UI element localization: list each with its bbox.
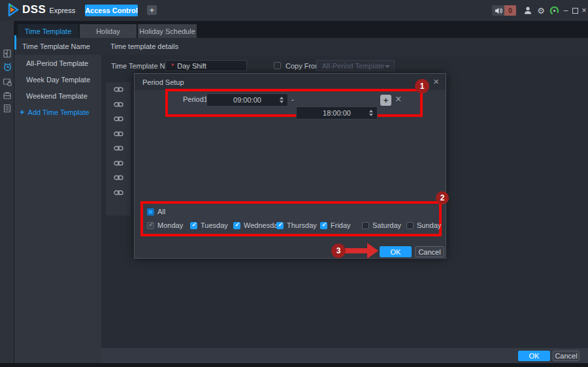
end-time-input[interactable]: 18:00:00 <box>296 106 378 120</box>
performance-gauge-icon[interactable] <box>549 5 559 16</box>
copy-link-icon[interactable] <box>106 97 131 112</box>
page-footer-bar <box>101 348 588 363</box>
day-label: Sunday <box>417 221 441 229</box>
template-name-input[interactable]: * Day Shift <box>165 60 247 71</box>
close-window-icon[interactable]: × <box>579 5 588 16</box>
list-item-week-day[interactable]: Week Day Template <box>14 71 101 88</box>
brand-logo: DSS Express <box>7 3 75 16</box>
door-access-icon[interactable] <box>2 48 12 59</box>
log-document-icon[interactable] <box>2 103 12 114</box>
page-cancel-button[interactable]: Cancel <box>553 351 580 361</box>
period-setup-dialog: Period Setup × Period1: 09:00:00 - 18:00… <box>134 73 446 259</box>
tab-holiday-schedule[interactable]: Holiday Schedule <box>138 24 197 38</box>
alarm-sound-control[interactable]: 0 <box>492 5 516 16</box>
period1-label: Period1: <box>183 95 210 103</box>
annotation-arrow <box>345 248 368 253</box>
all-days-checkbox-item[interactable]: All <box>147 208 165 215</box>
template-name-value: Day Shift <box>177 62 206 70</box>
template-list-panel: Time Template Name All-Period Template W… <box>14 38 101 363</box>
list-item-all-period[interactable]: All-Period Template <box>14 55 101 71</box>
active-module-indicator <box>14 35 16 50</box>
checkbox[interactable] <box>190 222 197 229</box>
annotation-rect-days <box>140 201 442 236</box>
tab-access-control[interactable]: Access Control <box>85 5 138 16</box>
plus-icon: + <box>20 107 25 117</box>
day-checkbox-sunday[interactable]: Sunday <box>406 221 441 229</box>
dialog-close-icon[interactable]: × <box>433 76 439 86</box>
day-checkbox-tuesday[interactable]: Tuesday <box>190 221 228 229</box>
day-checkbox-wednesday[interactable]: Wednesday <box>233 221 282 229</box>
day-label: Saturday <box>372 221 401 229</box>
device-box-icon[interactable] <box>2 90 12 101</box>
checkbox[interactable] <box>406 222 414 229</box>
checkbox[interactable] <box>233 222 240 229</box>
copy-from-value: All-Period Template <box>322 62 384 70</box>
day-label: Friday <box>331 221 351 229</box>
title-bar: DSS Express Access Control + 0 ⚙ <box>0 0 588 21</box>
copy-from-dropdown[interactable]: All-Period Template <box>316 60 395 71</box>
day-label: Monday <box>157 221 183 229</box>
time-spinner[interactable] <box>280 97 284 103</box>
day-checkbox-thursday[interactable]: Thursday <box>276 221 317 229</box>
add-time-template-label: Add Time Template <box>28 108 90 116</box>
alarm-count-badge: 0 <box>504 5 516 16</box>
tab-time-template[interactable]: Time Template <box>18 24 78 38</box>
start-time-input[interactable]: 09:00:00 <box>206 93 288 106</box>
copy-link-icon[interactable] <box>106 82 131 97</box>
video-lock-icon[interactable] <box>2 77 12 88</box>
list-item-weekend[interactable]: Weekend Template <box>14 88 101 104</box>
brand-name: DSS <box>22 3 46 16</box>
time-spinner[interactable] <box>369 110 373 116</box>
checkbox[interactable] <box>276 222 284 229</box>
checkbox[interactable] <box>320 222 327 229</box>
all-checkbox[interactable] <box>147 208 154 215</box>
speaker-icon[interactable] <box>492 5 504 16</box>
delete-period-icon[interactable]: × <box>395 94 401 104</box>
copy-link-icon[interactable] <box>106 185 131 200</box>
template-list-header: Time Template Name <box>14 38 101 55</box>
copy-link-icon[interactable] <box>106 141 131 156</box>
tab-holiday[interactable]: Holiday <box>80 24 137 38</box>
dialog-ok-button[interactable]: OK <box>380 246 412 257</box>
annotation-step-3: 3 <box>331 244 346 258</box>
required-asterisk: * <box>171 62 174 70</box>
time-range-separator: - <box>291 95 294 103</box>
copy-link-icon[interactable] <box>106 127 131 142</box>
day-label: Thursday <box>287 221 317 229</box>
copy-link-icon[interactable] <box>106 156 131 171</box>
day-checkbox-friday[interactable]: Friday <box>320 221 351 229</box>
add-period-button[interactable]: + <box>380 95 391 106</box>
start-time-value: 09:00:00 <box>233 96 261 104</box>
annotation-step-2: 2 <box>436 191 449 204</box>
brand-suffix: Express <box>49 7 75 14</box>
checkbox[interactable] <box>147 222 154 229</box>
window-bottom-edge <box>0 363 588 367</box>
new-module-tab-button[interactable]: + <box>147 5 157 15</box>
dss-logo-icon <box>7 3 20 16</box>
copy-link-icon[interactable] <box>106 112 131 127</box>
annotation-step-1: 1 <box>415 79 429 93</box>
dialog-title: Period Setup <box>135 74 446 90</box>
nav-tab-bar: Time Template Holiday Holiday Schedule <box>14 21 588 38</box>
details-header: Time template details <box>101 38 588 55</box>
settings-gear-icon[interactable]: ⚙ <box>536 5 546 16</box>
day-checkbox-saturday[interactable]: Saturday <box>362 221 401 229</box>
chevron-down-icon <box>385 65 390 68</box>
add-time-template-button[interactable]: + Add Time Template <box>14 104 101 120</box>
module-sidebar <box>0 21 14 363</box>
dialog-cancel-button[interactable]: Cancel <box>415 246 444 257</box>
app-window: DSS Express Access Control + 0 ⚙ <box>0 0 588 367</box>
time-template-clock-icon[interactable] <box>2 61 12 72</box>
day-checkbox-monday[interactable]: Monday <box>147 221 183 229</box>
copy-link-icon[interactable] <box>106 170 131 185</box>
user-icon[interactable] <box>523 5 533 16</box>
end-time-value: 18:00:00 <box>323 109 351 117</box>
checkbox[interactable] <box>362 222 369 229</box>
copy-from-checkbox[interactable] <box>274 62 281 69</box>
page-ok-button[interactable]: OK <box>518 351 550 361</box>
day-link-column <box>106 82 131 215</box>
all-label: All <box>157 208 165 215</box>
annotation-arrow-head <box>367 243 378 259</box>
day-label: Tuesday <box>201 221 228 229</box>
